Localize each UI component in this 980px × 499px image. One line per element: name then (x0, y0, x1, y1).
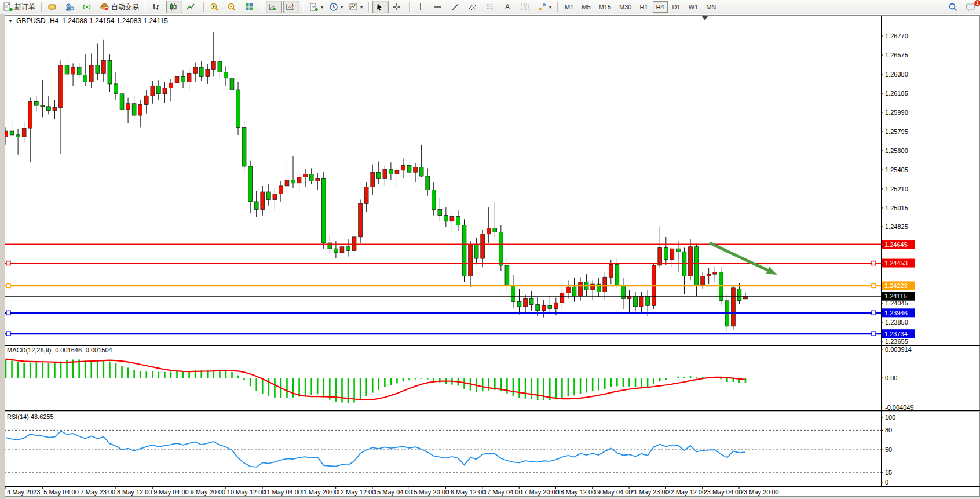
timeframe-button-w1[interactable]: W1 (685, 1, 702, 13)
auto-scroll-icon (268, 2, 277, 12)
trendline-button[interactable] (448, 1, 465, 13)
auto-scroll-button[interactable] (266, 1, 282, 13)
line-chart-button[interactable] (184, 1, 200, 13)
template-icon (349, 2, 358, 12)
svg-text:1.25210: 1.25210 (885, 185, 908, 192)
svg-text:1.23655: 1.23655 (885, 338, 908, 345)
timeframe-button-h1[interactable]: H1 (636, 1, 651, 13)
search-icon (948, 2, 958, 12)
window-left-border (0, 14, 5, 499)
chart-plot-area[interactable]: 1.267701.265751.263801.261851.259901.257… (0, 0, 980, 499)
bar-chart-button[interactable] (149, 1, 165, 13)
timeframe-button-mn[interactable]: MN (703, 1, 719, 13)
zoom-in-icon (210, 2, 219, 12)
svg-text:A: A (505, 3, 510, 11)
clock-icon (329, 2, 338, 12)
timeframe-button-m15[interactable]: M15 (595, 1, 615, 13)
candlestick-button[interactable] (166, 1, 182, 13)
chart-shift-button[interactable] (283, 1, 299, 13)
vline-icon (416, 2, 425, 12)
svg-text:4 May 2023: 4 May 2023 (7, 489, 40, 496)
autotrade-button-label: 自动交易 (111, 2, 139, 12)
svg-text:21 May 23:00: 21 May 23:00 (630, 489, 669, 496)
channel-icon: E (468, 2, 477, 12)
cursor-icon (375, 2, 384, 12)
svg-text:15 May 20:00: 15 May 20:00 (410, 489, 449, 496)
svg-text:17 May 04:00: 17 May 04:00 (484, 489, 522, 496)
svg-text:11 May 20:00: 11 May 20:00 (300, 489, 338, 496)
svg-text:1.24045: 1.24045 (885, 300, 908, 307)
svg-text:50: 50 (885, 446, 892, 453)
svg-text:1.25600: 1.25600 (885, 147, 908, 154)
timeframe-button-m30[interactable]: M30 (616, 1, 635, 13)
svg-text:1.23850: 1.23850 (885, 319, 908, 326)
timeframe-button-d1[interactable]: D1 (669, 1, 684, 13)
indicators-icon (309, 2, 319, 12)
candlestick-icon (169, 2, 178, 12)
shapes-button[interactable]: ▾ (535, 1, 554, 13)
svg-text:1.24453: 1.24453 (884, 260, 908, 267)
svg-text:1.24825: 1.24825 (885, 223, 908, 230)
svg-text:23 May 20:00: 23 May 20:00 (740, 489, 779, 496)
svg-text:80: 80 (885, 427, 892, 434)
toolbar-separator (39, 1, 43, 13)
svg-text:-0.004049: -0.004049 (885, 404, 914, 411)
trendline-icon (451, 2, 460, 12)
periods-button[interactable]: ▾ (327, 1, 345, 13)
svg-text:0: 0 (885, 479, 888, 486)
timeframe-button-m5[interactable]: M5 (578, 1, 594, 13)
svg-text:1.26770: 1.26770 (885, 32, 908, 39)
tile-windows-button[interactable] (242, 1, 258, 13)
signals-button[interactable] (80, 1, 96, 13)
cursor-button[interactable] (372, 1, 389, 13)
vertical-line-button[interactable] (414, 1, 430, 13)
indicators-button[interactable]: ▾ (307, 1, 326, 13)
toolbar-separator (202, 1, 206, 13)
autotrade-button[interactable]: 自动交易 (97, 1, 141, 13)
tile-windows-icon (244, 2, 254, 12)
crosshair-button[interactable] (390, 1, 406, 13)
svg-text:23 May 04:00: 23 May 04:00 (704, 489, 743, 496)
zoom-out-button[interactable] (225, 1, 241, 13)
svg-text:1.23946: 1.23946 (884, 309, 908, 316)
fibonacci-icon: F (485, 2, 495, 12)
text-icon: A (503, 2, 512, 12)
tester-icon (65, 2, 74, 12)
chevron-down-icon[interactable]: ▼ (8, 19, 13, 24)
dropdown-caret-icon: ▾ (549, 5, 551, 10)
new-order-icon (3, 2, 13, 12)
label-button[interactable]: T (518, 1, 534, 13)
svg-text:19 May 04:00: 19 May 04:00 (594, 489, 632, 496)
hline-icon (433, 2, 443, 12)
horizontal-line-button[interactable] (431, 1, 447, 13)
new-order-button[interactable]: 新订单 (1, 1, 38, 13)
charts-button[interactable] (45, 1, 61, 13)
zoom-in-button[interactable] (207, 1, 224, 13)
svg-text:1.26575: 1.26575 (885, 52, 908, 59)
bar-chart-icon (151, 2, 160, 12)
crosshair-icon (392, 2, 401, 12)
svg-text:E: E (474, 7, 477, 11)
new-order-button-label: 新订单 (14, 2, 35, 12)
strategy-tester-button[interactable] (63, 1, 79, 13)
svg-text:100: 100 (885, 414, 895, 421)
templates-button[interactable]: ▾ (346, 1, 365, 13)
chart-shift-icon (286, 2, 295, 12)
svg-text:17 May 20:00: 17 May 20:00 (520, 489, 559, 496)
rsi-indicator-label: RSI(14) 43.6255 (7, 413, 54, 420)
timeframe-button-h4[interactable]: H4 (653, 1, 668, 13)
svg-text:12 May 12:00: 12 May 12:00 (337, 489, 376, 496)
notifications-button[interactable]: 1 (963, 1, 979, 13)
chart-ohlc-values: 1.24088 1.24154 1.24083 1.24115 (62, 17, 168, 25)
timeframe-button-m1[interactable]: M1 (561, 1, 577, 13)
search-button[interactable] (946, 1, 962, 13)
svg-text:1.25795: 1.25795 (885, 128, 908, 135)
svg-text:1.26185: 1.26185 (885, 90, 908, 97)
svg-text:15 May 04:00: 15 May 04:00 (374, 489, 412, 496)
fibonacci-button[interactable]: F (483, 1, 499, 13)
text-button[interactable]: A (500, 1, 517, 13)
svg-text:11 May 04:00: 11 May 04:00 (264, 489, 302, 496)
rsi-value: 43.6255 (31, 413, 54, 420)
channel-button[interactable]: E (466, 1, 482, 13)
svg-text:F: F (492, 7, 494, 11)
